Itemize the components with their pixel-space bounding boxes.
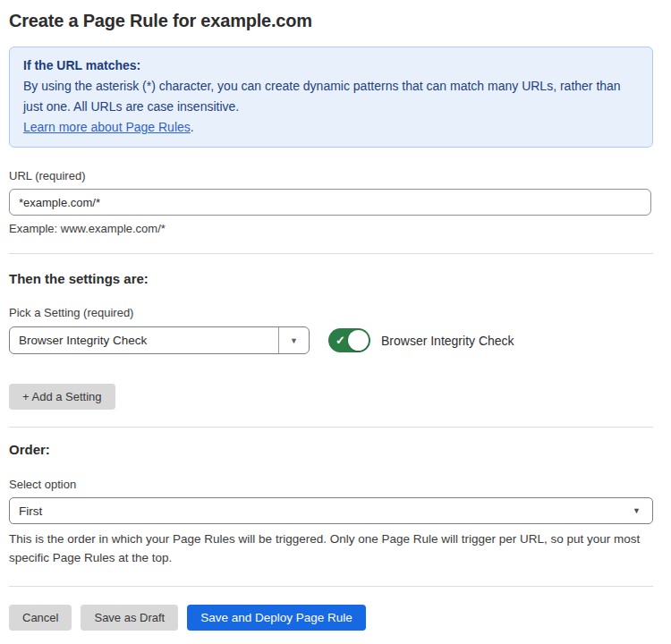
url-field-label: URL (required)	[9, 169, 653, 182]
setting-select[interactable]: Browser Integrity Check ▼	[9, 326, 310, 354]
order-helper-text: This is the order in which your Page Rul…	[9, 530, 653, 567]
order-select[interactable]: First ▼	[9, 497, 653, 524]
pick-setting-label: Pick a Setting (required)	[9, 306, 653, 319]
setting-row: Browser Integrity Check ▼ ✓ Browser Inte…	[9, 326, 653, 354]
divider	[9, 427, 653, 428]
settings-section-heading: Then the settings are:	[9, 271, 653, 286]
form-actions: Cancel Save as Draft Save and Deploy Pag…	[9, 605, 653, 631]
info-box-heading: If the URL matches:	[23, 55, 639, 76]
order-select-value: First	[10, 504, 633, 518]
browser-integrity-toggle[interactable]: ✓	[328, 328, 370, 352]
info-box-link-line: Learn more about Page Rules.	[23, 117, 639, 138]
link-suffix: .	[191, 120, 194, 134]
save-and-deploy-button[interactable]: Save and Deploy Page Rule	[187, 605, 366, 631]
cancel-button[interactable]: Cancel	[9, 605, 72, 631]
order-select-label: Select option	[9, 478, 653, 491]
info-box-body: By using the asterisk (*) character, you…	[23, 76, 639, 117]
url-input[interactable]	[9, 189, 651, 216]
check-icon: ✓	[336, 335, 345, 346]
toggle-knob	[348, 330, 369, 351]
chevron-down-icon: ▼	[290, 336, 298, 345]
chevron-down-icon: ▼	[633, 506, 652, 515]
divider	[9, 586, 653, 587]
url-match-info-box: If the URL matches: By using the asteris…	[9, 47, 653, 148]
setting-select-value: Browser Integrity Check	[10, 327, 278, 353]
learn-more-link[interactable]: Learn more about Page Rules	[23, 120, 191, 134]
add-setting-button[interactable]: + Add a Setting	[9, 384, 115, 410]
divider	[9, 253, 653, 254]
save-as-draft-button[interactable]: Save as Draft	[81, 605, 178, 631]
page-title: Create a Page Rule for example.com	[9, 11, 653, 31]
create-page-rule-form: Create a Page Rule for example.com If th…	[0, 11, 653, 631]
toggle-label: Browser Integrity Check	[381, 334, 514, 348]
order-section-heading: Order:	[9, 442, 653, 457]
setting-select-arrow-segment[interactable]: ▼	[278, 327, 309, 353]
url-example-helper: Example: www.example.com/*	[9, 222, 653, 235]
